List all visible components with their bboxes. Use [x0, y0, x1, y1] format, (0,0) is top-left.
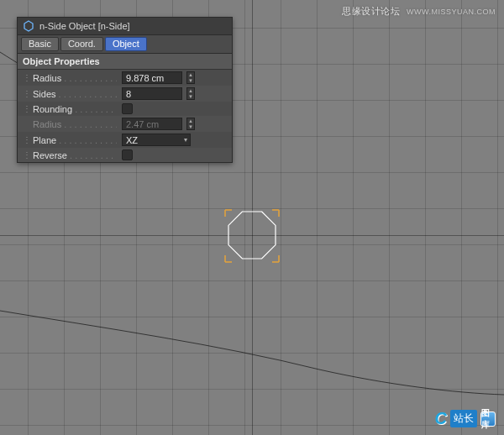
- section-object-properties: Object Properties: [18, 54, 232, 70]
- spinner-radius[interactable]: ▲▼: [186, 71, 195, 84]
- drag-handle-icon[interactable]: ⋮: [23, 74, 28, 82]
- tab-coord[interactable]: Coord.: [60, 37, 103, 51]
- tab-object[interactable]: Object: [105, 37, 147, 51]
- input-radius[interactable]: 9.878 cm: [122, 71, 182, 84]
- drag-handle-icon[interactable]: ⋮: [23, 151, 28, 160]
- panel-header[interactable]: n-Side Object [n-Side]: [18, 18, 232, 35]
- prop-rounding: ⋮ Rounding: [18, 102, 232, 116]
- prop-plane: ⋮ Plane XZ ▾: [18, 132, 232, 148]
- spinner-sides[interactable]: ▲▼: [186, 87, 195, 100]
- axis-vertical: [252, 0, 253, 435]
- drag-handle-icon[interactable]: ⋮: [23, 105, 28, 113]
- attribute-panel: n-Side Object [n-Side] Basic Coord. Obje…: [17, 17, 233, 163]
- drag-handle-icon[interactable]: ⋮: [23, 90, 28, 98]
- tab-basic[interactable]: Basic: [21, 37, 59, 51]
- svg-marker-0: [24, 21, 33, 31]
- checkbox-reverse[interactable]: [122, 149, 133, 160]
- drag-handle-icon[interactable]: ⋮: [23, 136, 28, 144]
- prop-reverse: ⋮ Reverse: [18, 148, 232, 162]
- label-rounding-radius: Radius: [33, 119, 117, 129]
- prop-sides: ⋮ Sides 8 ▲▼: [18, 86, 232, 102]
- input-sides[interactable]: 8: [122, 87, 182, 100]
- badge-icon: 图库: [480, 411, 496, 427]
- prop-rounding-radius: Radius 2.47 cm ▲▼: [18, 116, 232, 132]
- logo-icon: C: [435, 409, 447, 428]
- axis-horizontal: [0, 235, 504, 236]
- label-plane: Plane: [33, 135, 117, 145]
- panel-tabs: Basic Coord. Object: [18, 35, 232, 54]
- spinner-rounding-radius: ▲▼: [186, 118, 195, 130]
- chevron-down-icon: ▾: [184, 136, 187, 144]
- label-sides: Sides: [33, 89, 117, 99]
- select-plane[interactable]: XZ ▾: [122, 134, 191, 146]
- watermark-bottom: C 站长 图库: [435, 409, 496, 428]
- label-rounding: Rounding: [33, 104, 117, 114]
- label-reverse: Reverse: [33, 150, 117, 160]
- hexagon-icon: [23, 20, 34, 32]
- watermark-top: 思缘设计论坛 WWW.MISSYUAN.COM: [342, 5, 496, 18]
- label-radius: Radius: [33, 73, 117, 83]
- prop-radius: ⋮ Radius 9.878 cm ▲▼: [18, 70, 232, 86]
- panel-title: n-Side Object [n-Side]: [39, 21, 130, 31]
- drag-handle-icon: [23, 120, 28, 128]
- input-rounding-radius: 2.47 cm: [122, 118, 182, 130]
- checkbox-rounding[interactable]: [122, 103, 133, 114]
